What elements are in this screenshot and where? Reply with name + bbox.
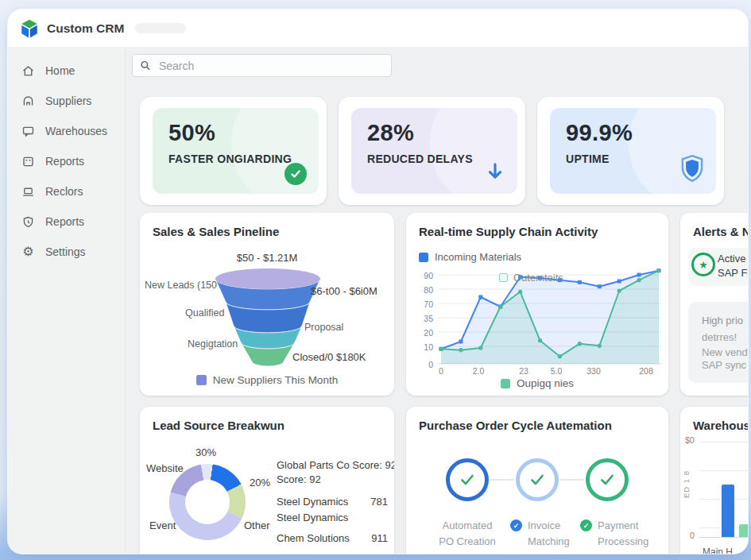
- donut-label-left: Website: [146, 462, 184, 474]
- check-badge-icon: ✓: [510, 519, 522, 531]
- lead-list-item: Global Parts Co Score: 92: [277, 459, 388, 471]
- kpi-value: 28%: [367, 120, 517, 146]
- card-title: Alerts & No: [693, 225, 748, 238]
- step-circle-payment: [586, 458, 629, 501]
- x-tick: Main H: [703, 546, 733, 554]
- sidebar-item-settings[interactable]: ⚙ Settings: [8, 237, 125, 267]
- legend-swatch: [499, 273, 508, 282]
- report-card-icon: [21, 155, 35, 168]
- card-title: Warehouse: [693, 419, 748, 432]
- card-title: Lead Source Breakwun: [153, 419, 285, 432]
- bottom-row: Lead Source Breakwun 30% Website 20% Eve…: [140, 407, 748, 554]
- y-tick: 90: [411, 271, 433, 280]
- lead-source-card: Lead Source Breakwun 30% Website 20% Eve…: [140, 407, 394, 554]
- sidebar-item-warehouses[interactable]: Warehouses: [8, 116, 125, 146]
- legend-label: New Leads This Month: 55: [169, 553, 296, 554]
- funnel-stage-label: Proposal: [304, 322, 343, 333]
- check-circle-icon: [285, 163, 307, 185]
- alert-text: High prio: [702, 315, 743, 326]
- check-icon: [598, 470, 617, 489]
- funnel-legend: New Suppliers This Month: [140, 374, 394, 386]
- sidebar-item-label: Suppliers: [45, 95, 91, 107]
- x-axis-line: [699, 537, 748, 538]
- kpi-panel: 28% REDUCED DELAYS: [351, 108, 517, 194]
- kpi-value: 99.9%: [566, 120, 716, 146]
- app-window: Custom CRM Home Suppliers Warehouses Rep…: [8, 10, 748, 554]
- kpi-card-uptime: 99.9% UPTIME: [537, 97, 724, 205]
- alert-item-line2: SAP Fi: [718, 267, 748, 279]
- lead-list-item: Score: 92: [277, 473, 388, 485]
- funnel-stage-label: Qualified: [185, 307, 224, 319]
- sales-pipeline-card: Sales & Sales Pineline $50 - $1.21M New …: [140, 213, 394, 396]
- app-title: Custom CRM: [47, 21, 124, 36]
- lead-legend: New Leads This Month: 55: [153, 553, 296, 554]
- card-title: Purchase Order Cycle Autemation: [419, 419, 612, 432]
- search-input[interactable]: [157, 59, 384, 73]
- sidebar-item-home[interactable]: Home: [8, 56, 125, 86]
- supply-chain-card: Real-time Supply Chain Activity Incoming…: [406, 213, 668, 396]
- alert-text: New vend: [702, 346, 748, 358]
- building-icon: [21, 95, 35, 108]
- funnel-stage-label: New Leads (150: [145, 280, 211, 291]
- kpi-panel: 50% FASTER ONGIARDING: [153, 108, 319, 194]
- step-circle-po-creation: [446, 458, 489, 501]
- kpi-card-delays: 28% REDUCED DELAYS: [339, 97, 525, 205]
- legend-swatch: [196, 375, 207, 385]
- kpi-card-onboarding: 50% FASTER ONGIARDING: [140, 97, 327, 205]
- kpi-row: 50% FASTER ONGIARDING 28% REDUCED DELAYS: [140, 97, 724, 205]
- sidebar-item-suppliers[interactable]: Suppliers: [8, 86, 125, 116]
- alert-text: SAP sync: [702, 359, 746, 371]
- monitor-icon: [21, 125, 35, 138]
- funnel-value-label: $6-t00 - $6i0M: [311, 285, 377, 297]
- home-icon: [21, 64, 35, 78]
- check-icon: [528, 470, 547, 489]
- laptop-icon: [21, 185, 35, 199]
- arrow-down-icon: [485, 161, 505, 185]
- step-label: PaymentProcessing: [598, 518, 648, 550]
- lead-list-item: Steel Dynamics: [277, 512, 388, 523]
- sidebar-item-label: Reports: [45, 215, 84, 228]
- sidebar-item-label: Reports: [45, 155, 84, 168]
- alerts-card: Alerts & No ★ Active SAP Fi High prio de…: [680, 213, 748, 396]
- lead-list-item: Steel Dynamics781: [277, 496, 388, 508]
- lead-list-item: Chem Solutions911: [277, 532, 388, 544]
- sidebar-item-label: Home: [45, 64, 75, 77]
- donut-label-bottom-right: Other: [244, 519, 270, 531]
- y-tick: 0: [411, 360, 433, 369]
- y-tick: 10: [411, 342, 433, 352]
- search-icon: [140, 60, 151, 71]
- sidebar-item-label: Warehouses: [45, 125, 107, 137]
- y-axis-label: ED 1 8: [682, 470, 691, 498]
- funnel-top-label: $50 - $1.21M: [140, 252, 394, 264]
- legend-outgoing: Oupigq nies: [406, 377, 668, 389]
- check-badge-icon: ✓: [580, 519, 592, 531]
- sidebar-item-reports-2[interactable]: Reports: [8, 207, 125, 237]
- legend-swatch: [501, 379, 510, 388]
- x-tick: 2.0: [473, 366, 485, 376]
- check-icon: [458, 470, 477, 489]
- warehouse-card: Warehouse $0 ED 1 8 0 Main H: [680, 407, 748, 554]
- y-tick: 70: [411, 299, 433, 309]
- y-tick: 80: [411, 285, 433, 295]
- x-tick: 330: [586, 366, 601, 376]
- main-content: 50% FASTER ONGIARDING 28% REDUCED DELAYS: [126, 48, 748, 554]
- legend-overlay: Outemteits: [499, 272, 563, 284]
- gridline: [699, 470, 748, 471]
- y-tick: 35: [411, 314, 433, 323]
- x-tick: 23: [519, 366, 528, 376]
- step-label: InvoiceMatching: [528, 518, 570, 550]
- x-tick: 208: [639, 366, 653, 376]
- funnel-chart: [140, 213, 394, 396]
- y-tick: 20: [411, 328, 433, 338]
- legend-label: Outemteits: [513, 272, 563, 284]
- step-connector: [490, 479, 514, 481]
- shield-icon: [680, 155, 704, 185]
- alert-item-line1: Active: [718, 253, 745, 265]
- sidebar-item-reclors[interactable]: Reclors: [8, 176, 125, 207]
- gridline: [699, 442, 748, 442]
- legend-label: Oupigq nies: [517, 377, 574, 389]
- y-tick: 0: [690, 531, 695, 540]
- sidebar-item-reports[interactable]: Reports: [8, 146, 125, 176]
- bar-main-green: [739, 524, 748, 537]
- window-header: Custom CRM: [8, 10, 748, 48]
